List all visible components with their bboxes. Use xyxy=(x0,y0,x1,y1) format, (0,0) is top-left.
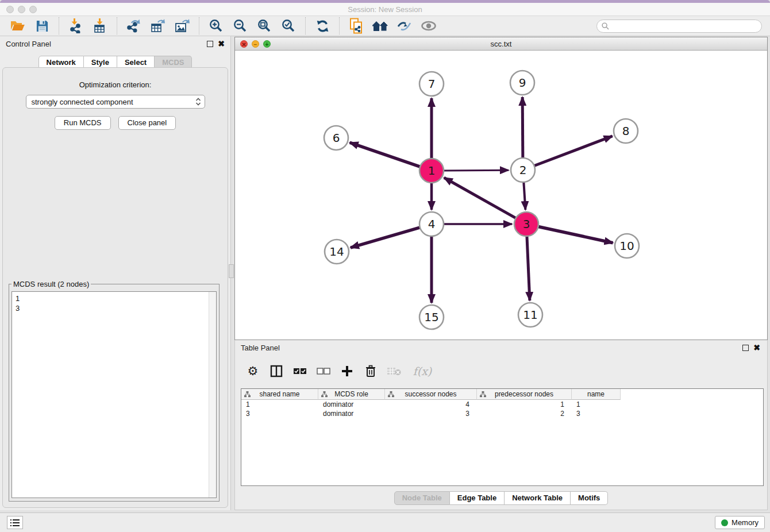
graph-edge-2-9[interactable] xyxy=(522,97,523,159)
status-bar: Memory xyxy=(0,512,770,532)
table-tab-network-table[interactable]: Network Table xyxy=(505,491,571,505)
delete-columns-icon[interactable] xyxy=(363,364,378,379)
table-cell-name[interactable]: 3 xyxy=(572,409,621,418)
graph-edge-4-14[interactable] xyxy=(351,227,421,248)
open-folder-icon[interactable] xyxy=(9,17,26,34)
network-canvas[interactable]: 7968124314101511 xyxy=(235,51,767,340)
close-panel-icon[interactable]: ✖ xyxy=(218,41,225,47)
table-cell-mcds-role[interactable]: dominator xyxy=(318,409,385,418)
task-history-button[interactable] xyxy=(7,516,23,529)
table-cell-successor-nodes[interactable]: 3 xyxy=(385,409,477,418)
column-header-successor-nodes[interactable]: successor nodes xyxy=(385,389,477,400)
graph-node-label-14: 14 xyxy=(329,245,344,259)
mcds-panel-body: Optimization criterion: strongly connect… xyxy=(2,67,228,508)
control-panel-header: Control Panel ✖ xyxy=(0,36,230,51)
float-panel-icon[interactable] xyxy=(207,41,213,47)
graph-edge-1-6[interactable] xyxy=(350,142,421,167)
zoom-fit-icon[interactable] xyxy=(256,17,273,34)
export-network-icon[interactable] xyxy=(125,17,143,34)
graph-node-label-15: 15 xyxy=(424,310,438,324)
mcds-result-legend: MCDS result (2 nodes) xyxy=(11,280,91,288)
table-cell-shared-name[interactable]: 1 xyxy=(241,400,318,409)
table-tab-motifs[interactable]: Motifs xyxy=(571,491,608,505)
mcds-result-node: 1 xyxy=(16,294,216,303)
table-cell-predecessor-nodes[interactable]: 1 xyxy=(477,400,572,409)
graph-node-label-1: 1 xyxy=(428,164,436,178)
table-cell-shared-name[interactable]: 3 xyxy=(241,409,318,418)
close-panel-button[interactable]: Close panel xyxy=(118,116,176,130)
graph-edge-3-10[interactable] xyxy=(537,226,613,243)
save-session-icon[interactable] xyxy=(33,17,51,34)
graph-node-label-7: 7 xyxy=(428,77,436,91)
select-all-columns-icon[interactable] xyxy=(292,364,307,379)
graph-node-label-10: 10 xyxy=(619,239,634,253)
graph-node-label-4: 4 xyxy=(428,217,436,231)
table-tab-node-table[interactable]: Node Table xyxy=(394,491,450,505)
toolbar-separator xyxy=(59,17,59,34)
memory-button[interactable]: Memory xyxy=(715,516,765,529)
column-header-shared-name[interactable]: shared name xyxy=(241,389,318,400)
criterion-dropdown[interactable]: strongly connected component xyxy=(26,95,205,109)
zoom-in-icon[interactable] xyxy=(207,17,225,34)
graph-node-label-3: 3 xyxy=(523,217,530,231)
search-icon xyxy=(602,22,609,30)
task-list-icon xyxy=(10,519,20,527)
function-builder-icon[interactable]: f(x) xyxy=(410,364,434,379)
mcds-result-list[interactable]: 13 xyxy=(11,291,217,498)
close-table-panel-icon[interactable]: ✖ xyxy=(753,345,760,351)
network-graph-svg: 7968124314101511 xyxy=(235,51,767,340)
table-panel-title: Table Panel xyxy=(241,344,280,352)
graph-edge-2-3[interactable] xyxy=(523,181,525,210)
column-header-mcds-role[interactable]: MCDS role xyxy=(318,389,385,400)
memory-label: Memory xyxy=(732,518,759,527)
export-table-icon[interactable] xyxy=(149,17,167,34)
main-toolbar xyxy=(0,16,770,36)
search-input[interactable] xyxy=(612,21,761,32)
result-scrollbar[interactable] xyxy=(209,292,216,498)
column-header-predecessor-nodes[interactable]: predecessor nodes xyxy=(477,389,572,400)
panel-splitter-handle[interactable] xyxy=(229,264,234,278)
table-cell-name[interactable]: 1 xyxy=(572,400,621,409)
control-panel: Control Panel ✖ NetworkStyleSelectMCDS O… xyxy=(0,36,231,510)
network-view-window: ✕ − + scc.txt 7968124314101511 xyxy=(234,37,768,340)
zoom-selected-icon[interactable] xyxy=(280,17,297,34)
mcds-result-group: MCDS result (2 nodes) 13 xyxy=(9,284,220,502)
mcds-result-node: 3 xyxy=(16,303,216,313)
optimization-criterion-label: Optimization criterion: xyxy=(3,80,228,89)
graph-edge-1-2[interactable] xyxy=(442,170,509,171)
graph-node-label-2: 2 xyxy=(519,163,527,177)
graph-node-label-11: 11 xyxy=(523,308,537,322)
duplicate-network-icon[interactable] xyxy=(348,17,365,34)
column-header-name[interactable]: name xyxy=(572,389,621,400)
node-table: shared nameMCDS rolesuccessor nodesprede… xyxy=(241,388,764,486)
show-columns-icon[interactable] xyxy=(269,364,284,379)
show-details-eye-icon[interactable] xyxy=(420,17,437,34)
add-column-icon[interactable] xyxy=(340,364,355,379)
graph-node-label-6: 6 xyxy=(333,131,340,145)
delete-table-icon[interactable] xyxy=(387,364,402,379)
table-row[interactable]: 1dominator411 xyxy=(241,400,763,409)
float-table-panel-icon[interactable] xyxy=(742,345,749,351)
export-image-icon[interactable] xyxy=(174,17,191,34)
run-mcds-button[interactable]: Run MCDS xyxy=(55,116,111,130)
table-panel-tabbar: Node TableEdge TableNetwork TableMotifs xyxy=(235,491,767,505)
table-cell-successor-nodes[interactable]: 4 xyxy=(385,400,477,409)
hide-details-icon[interactable] xyxy=(396,17,413,34)
deselect-all-columns-icon[interactable] xyxy=(316,364,331,379)
graph-edge-3-11[interactable] xyxy=(527,235,530,300)
table-tab-edge-table[interactable]: Edge Table xyxy=(450,491,505,505)
welcome-screen-icon[interactable] xyxy=(372,17,389,34)
table-mode-gear-icon[interactable]: ⚙ xyxy=(245,364,260,379)
graph-edge-3-1[interactable] xyxy=(444,178,517,218)
table-cell-mcds-role[interactable]: dominator xyxy=(318,400,385,409)
zoom-out-icon[interactable] xyxy=(232,17,249,34)
import-table-icon[interactable] xyxy=(91,17,109,34)
network-window-titlebar: ✕ − + scc.txt xyxy=(235,37,767,51)
table-row[interactable]: 3dominator323 xyxy=(241,409,763,418)
refresh-layout-icon[interactable] xyxy=(314,17,331,34)
import-network-icon[interactable] xyxy=(67,17,84,34)
graph-edge-2-8[interactable] xyxy=(533,136,613,166)
graph-node-label-9: 9 xyxy=(519,76,526,90)
memory-status-icon xyxy=(721,519,728,526)
table-cell-predecessor-nodes[interactable]: 2 xyxy=(477,409,572,418)
